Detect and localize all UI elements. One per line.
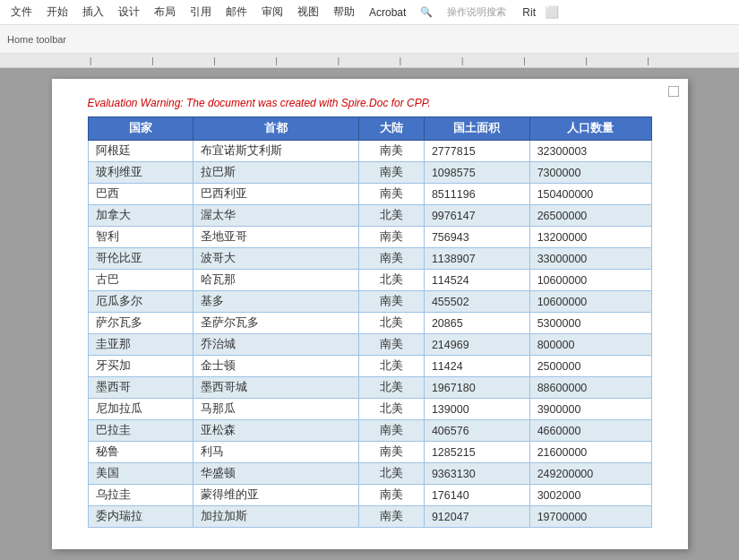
- table-cell: 圣萨尔瓦多: [193, 313, 358, 334]
- table-cell: 3002000: [529, 485, 651, 506]
- table-cell: 3900000: [529, 399, 651, 420]
- table-cell: 8511196: [424, 184, 529, 205]
- table-cell: 南美: [358, 248, 424, 270]
- table-cell: 巴拉圭: [88, 420, 193, 442]
- table-row: 乌拉圭蒙得维的亚南美1761403002000: [88, 485, 651, 506]
- table-cell: 秘鲁: [88, 442, 193, 463]
- table-cell: 南美: [358, 442, 424, 463]
- table-cell: 214969: [424, 334, 529, 356]
- table-cell: 249200000: [529, 463, 651, 485]
- table-row: 玻利维亚拉巴斯南美10985757300000: [88, 162, 651, 184]
- table-row: 秘鲁利马南美128521521600000: [88, 442, 651, 463]
- table-cell: 南美: [358, 506, 424, 528]
- table-cell: 10600000: [529, 270, 651, 291]
- table-row: 智利圣地亚哥南美75694313200000: [88, 227, 651, 248]
- ruler-marks: ||||||||||: [90, 56, 649, 65]
- table-cell: 20865: [424, 313, 529, 334]
- table-cell: 406576: [424, 420, 529, 442]
- table-cell: 基多: [193, 291, 358, 313]
- table-cell: 北美: [358, 377, 424, 399]
- table-cell: 圭亚那: [88, 334, 193, 356]
- table-cell: 9363130: [424, 463, 529, 485]
- table-cell: 玻利维亚: [88, 162, 193, 184]
- table-cell: 5300000: [529, 313, 651, 334]
- table-cell: 萨尔瓦多: [88, 313, 193, 334]
- table-cell: 北美: [358, 463, 424, 485]
- table-cell: 哈瓦那: [193, 270, 358, 291]
- table-cell: 加拿大: [88, 205, 193, 227]
- table-cell: 亚松森: [193, 420, 358, 442]
- table-row: 圭亚那乔治城南美214969800000: [88, 334, 651, 356]
- table-cell: 南美: [358, 184, 424, 205]
- table-cell: 800000: [529, 334, 651, 356]
- menu-right-button[interactable]: Rit: [517, 4, 541, 21]
- table-cell: 7300000: [529, 162, 651, 184]
- table-cell: 厄瓜多尔: [88, 291, 193, 313]
- col-header-population: 人口数量: [529, 117, 651, 141]
- menu-bar: 文件 开始 插入 设计 布局 引用 邮件 审阅 视图 帮助 Acrobat 🔍 …: [0, 0, 739, 25]
- menu-acrobat[interactable]: Acrobat: [362, 4, 413, 21]
- table-cell: 乔治城: [193, 334, 358, 356]
- table-cell: 金士顿: [193, 356, 358, 377]
- col-header-area: 国土面积: [424, 117, 529, 141]
- table-cell: 19700000: [529, 506, 651, 528]
- table-cell: 巴西: [88, 184, 193, 205]
- menu-layout[interactable]: 布局: [147, 3, 183, 22]
- menu-search-icon: 🔍: [413, 4, 440, 20]
- page: Evaluation Warning: The document was cre…: [52, 79, 688, 549]
- table-header-row: 国家 首都 大陆 国土面积 人口数量: [88, 117, 651, 141]
- table-cell: 圣地亚哥: [193, 227, 358, 248]
- table-cell: 尼加拉瓜: [88, 399, 193, 420]
- table-cell: 古巴: [88, 270, 193, 291]
- table-cell: 1285215: [424, 442, 529, 463]
- col-header-country: 国家: [88, 117, 193, 141]
- table-cell: 176140: [424, 485, 529, 506]
- menu-reference[interactable]: 引用: [183, 3, 219, 22]
- menu-mail[interactable]: 邮件: [219, 3, 254, 22]
- table-cell: 巴西利亚: [193, 184, 358, 205]
- table-cell: 墨西哥城: [193, 377, 358, 399]
- table-cell: 智利: [88, 227, 193, 248]
- table-cell: 2500000: [529, 356, 651, 377]
- table-row: 巴西巴西利亚南美8511196150400000: [88, 184, 651, 205]
- table-cell: 88600000: [529, 377, 651, 399]
- eval-warning: Evaluation Warning: The document was cre…: [88, 97, 652, 109]
- table-row: 牙买加金士顿北美114242500000: [88, 356, 651, 377]
- table-cell: 北美: [358, 270, 424, 291]
- table-cell: 北美: [358, 313, 424, 334]
- menu-design[interactable]: 设计: [111, 3, 147, 22]
- restore-icon[interactable]: ⬜: [545, 5, 559, 19]
- table-cell: 21600000: [529, 442, 651, 463]
- table-cell: 美国: [88, 463, 193, 485]
- table-cell: 波哥大: [193, 248, 358, 270]
- table-cell: 南美: [358, 334, 424, 356]
- col-header-capital: 首都: [193, 117, 358, 141]
- table-row: 萨尔瓦多圣萨尔瓦多北美208655300000: [88, 313, 651, 334]
- table-row: 巴拉圭亚松森南美4065764660000: [88, 420, 651, 442]
- menu-view[interactable]: 视图: [290, 3, 326, 22]
- table-cell: 南美: [358, 485, 424, 506]
- table-cell: 墨西哥: [88, 377, 193, 399]
- table-cell: 32300003: [529, 141, 651, 162]
- table-cell: 南美: [358, 227, 424, 248]
- menu-file[interactable]: 文件: [4, 3, 39, 22]
- menu-review[interactable]: 审阅: [254, 3, 290, 22]
- table-cell: 南美: [358, 420, 424, 442]
- table-cell: 南美: [358, 291, 424, 313]
- table-cell: 4660000: [529, 420, 651, 442]
- table-cell: 蒙得维的亚: [193, 485, 358, 506]
- page-indicator: [668, 86, 679, 97]
- table-cell: 33000000: [529, 248, 651, 270]
- table-cell: 华盛顿: [193, 463, 358, 485]
- menu-search-label[interactable]: 操作说明搜索: [440, 4, 513, 21]
- menu-insert[interactable]: 插入: [75, 3, 111, 22]
- table-cell: 11424: [424, 356, 529, 377]
- table-cell: 10600000: [529, 291, 651, 313]
- table-cell: 乌拉圭: [88, 485, 193, 506]
- table-row: 古巴哈瓦那北美11452410600000: [88, 270, 651, 291]
- table-row: 厄瓜多尔基多南美45550210600000: [88, 291, 651, 313]
- menu-help[interactable]: 帮助: [326, 3, 362, 22]
- menu-start[interactable]: 开始: [39, 3, 75, 22]
- table-cell: 利马: [193, 442, 358, 463]
- table-cell: 北美: [358, 399, 424, 420]
